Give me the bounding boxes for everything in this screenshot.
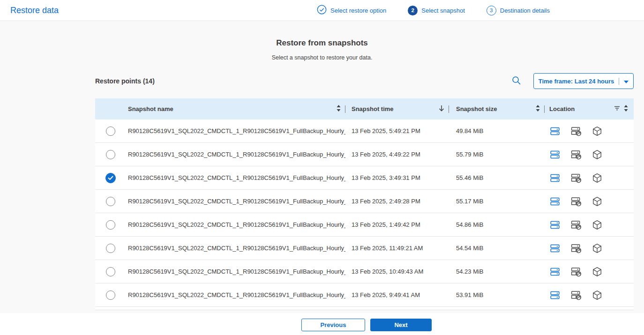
snapshot-name: R90128C5619V1_SQL2022_CMDCTL_1_R90128C56… [126,221,345,228]
step-select-restore-option[interactable]: Select restore option [317,5,386,16]
location-cell [545,290,634,301]
disk-storage-icon [549,219,561,231]
radio-cell [95,290,126,300]
page-title: Restore data [10,6,59,15]
divider [619,78,619,85]
stepper: Select restore option 2 Select snapshot … [317,0,550,21]
object-storage-icon [592,126,603,137]
step-number-badge: 3 [487,6,496,15]
snapshot-radio[interactable] [106,267,115,276]
table-row[interactable]: R90128C5619V1_SQL2022_CMDCTL_1_R90128C56… [95,213,634,237]
snapshot-size: 54.23 MiB [449,268,545,275]
search-button[interactable] [510,75,522,87]
sort-icon[interactable] [624,105,628,113]
snapshot-radio[interactable] [106,244,115,253]
location-cell [545,266,634,277]
snapshot-radio[interactable] [106,127,115,136]
sort-descending-icon[interactable] [439,105,444,113]
snapshot-size: 49.84 MiB [449,127,545,134]
snapshot-radio[interactable] [106,150,115,159]
search-icon [511,80,521,87]
column-header-snapshot-name[interactable]: Snapshot name [126,98,345,119]
snapshot-size: 55.46 MiB [449,174,545,181]
table-row[interactable]: R90128C5619V1_SQL2022_CMDCTL_1_R90128C56… [95,190,634,213]
disk-storage-icon [549,149,561,160]
table-header: Snapshot name Snapshot time Snapshot siz… [95,98,634,119]
table-row[interactable]: R90128C5619V1_SQL2022_CMDCTL_1_R90128C56… [95,237,634,260]
table-row[interactable]: R90128C5619V1_SQL2022_CMDCTL_1_R90128C56… [95,143,634,166]
secondary-storage-unavailable-icon [570,149,582,160]
table-row[interactable]: R90128C5619V1_SQL2022_CMDCTL_1_R90128C56… [95,119,634,143]
location-cell [545,196,634,207]
secondary-storage-unavailable-icon [570,196,582,207]
object-storage-icon [592,196,603,207]
radio-cell [95,173,126,183]
secondary-storage-unavailable-icon [570,290,582,301]
snapshot-time: 13 Feb 2025, 2:49:28 PM [345,198,449,205]
restore-points-count: Restore points (14) [95,77,155,85]
radio-cell [95,197,126,206]
snapshot-size: 55.79 MiB [449,151,545,158]
disk-storage-icon [549,243,561,254]
time-frame-dropdown[interactable]: Time frame: Last 24 hours [533,73,634,89]
radio-column-header [95,98,126,119]
object-storage-icon [592,219,603,231]
column-header-location[interactable]: Location [545,98,634,119]
table-row[interactable]: R90128C5619V1_SQL2022_CMDCTL_1_R90128C56… [95,166,634,190]
filter-icon[interactable] [614,105,620,112]
secondary-storage-unavailable-icon [570,172,582,184]
chevron-down-icon [624,78,629,85]
time-frame-label: Time frame: Last 24 hours [539,78,614,85]
snapshot-radio[interactable] [106,220,115,230]
column-header-snapshot-size[interactable]: Snapshot size [449,98,545,119]
section-title: Restore from snapshots [0,38,644,48]
snapshot-time: 13 Feb 2025, 10:49:43 AM [345,268,449,275]
sort-icon[interactable] [536,105,540,113]
snapshot-radio[interactable] [106,290,115,300]
object-storage-icon [592,172,603,184]
step-destination-details[interactable]: 3 Destination details [487,6,550,15]
snapshot-time: 13 Feb 2025, 9:49:41 AM [345,291,449,298]
secondary-storage-unavailable-icon [570,219,582,231]
next-button[interactable]: Next [370,319,432,331]
snapshot-size: 55.17 MiB [449,198,545,205]
snapshot-radio[interactable] [106,197,115,206]
radio-cell [95,127,126,136]
snapshot-name: R90128C5619V1_SQL2022_CMDCTL_1_R90128C56… [126,245,345,252]
snapshot-name: R90128C5619V1_SQL2022_CMDCTL_1_R90128C56… [126,268,345,275]
radio-cell [95,244,126,253]
step-select-snapshot[interactable]: 2 Select snapshot [408,6,465,15]
radio-cell [95,150,126,159]
table-body: R90128C5619V1_SQL2022_CMDCTL_1_R90128C56… [95,119,634,307]
secondary-storage-unavailable-icon [570,266,582,277]
top-bar: Restore data Select restore option 2 Sel… [0,0,644,21]
snapshot-radio[interactable] [105,173,116,183]
disk-storage-icon [549,126,561,137]
object-storage-icon [592,266,603,277]
section-subtitle: Select a snapshot to restore your data. [0,54,644,61]
disk-storage-icon [549,196,561,207]
snapshots-table: Snapshot name Snapshot time Snapshot siz… [95,98,634,310]
radio-cell [95,220,126,230]
table-row[interactable]: R90128C5619V1_SQL2022_CMDCTL_1_R90128C56… [95,260,634,283]
location-cell [545,219,634,231]
check-circle-icon [317,5,327,16]
previous-button[interactable]: Previous [301,319,365,331]
disk-storage-icon [549,266,561,277]
location-cell [545,126,634,137]
snapshot-size: 54.54 MiB [449,245,545,252]
sort-icon[interactable] [337,105,341,113]
column-header-snapshot-time[interactable]: Snapshot time [345,98,449,119]
location-cell [545,243,634,254]
location-cell [545,149,634,160]
snapshot-time: 13 Feb 2025, 3:49:31 PM [345,174,449,181]
snapshot-size: 54.86 MiB [449,221,545,228]
snapshot-name: R90128C5619V1_SQL2022_CMDCTL_1_R90128C56… [126,291,345,298]
table-row-partial [95,307,634,310]
step-label: Destination details [500,7,550,14]
object-storage-icon [592,290,603,301]
snapshot-name: R90128C5619V1_SQL2022_CMDCTL_1_R90128C56… [126,151,345,158]
object-storage-icon [592,149,603,160]
secondary-storage-unavailable-icon [570,243,582,254]
table-row[interactable]: R90128C5619V1_SQL2022_CMDCTL_1_R90128C56… [95,283,634,307]
